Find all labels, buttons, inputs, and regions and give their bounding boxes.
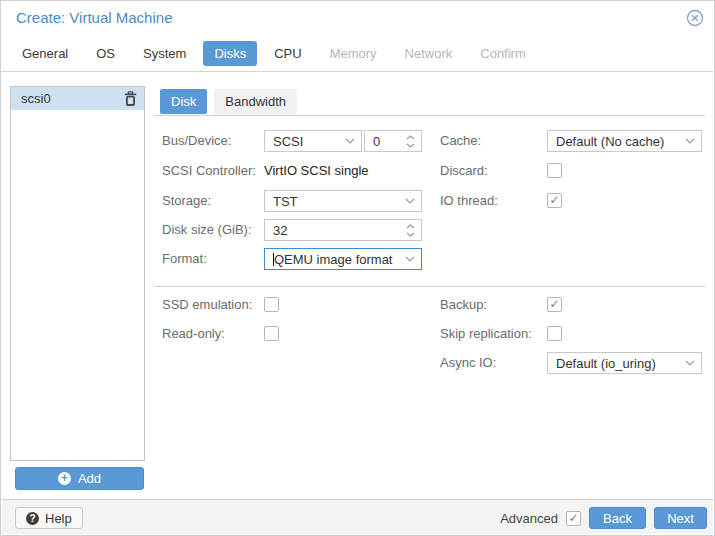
async-io-label: Async IO: xyxy=(440,352,496,374)
add-disk-button[interactable]: + Add xyxy=(15,467,144,490)
wizard-tab-bar: General OS System Disks CPU Memory Netwo… xyxy=(11,41,704,66)
disk-subtab-bar: Disk Bandwidth xyxy=(160,89,297,114)
chevron-down-icon xyxy=(345,138,355,144)
io-thread-checkbox[interactable] xyxy=(547,193,562,208)
chevron-down-icon xyxy=(685,360,695,366)
advanced-checkbox[interactable] xyxy=(566,511,581,526)
help-button-label: Help xyxy=(45,511,72,526)
read-only-checkbox[interactable] xyxy=(264,326,279,341)
storage-combobox[interactable]: TST xyxy=(264,190,422,212)
dialog-header: Create: Virtual Machine xyxy=(1,1,714,33)
cache-combobox[interactable]: Default (No cache) xyxy=(547,130,702,152)
chevron-down-icon xyxy=(405,198,415,204)
discard-checkbox[interactable] xyxy=(547,163,562,178)
close-icon[interactable] xyxy=(686,9,704,27)
disk-list-panel: scsi0 xyxy=(10,86,145,461)
chevron-down-icon xyxy=(405,256,415,262)
tab-memory: Memory xyxy=(319,41,388,66)
plus-circle-icon: + xyxy=(58,472,71,485)
next-button[interactable]: Next xyxy=(654,507,707,529)
skip-replication-checkbox[interactable] xyxy=(547,326,562,341)
backup-label: Backup: xyxy=(440,294,487,316)
tab-os[interactable]: OS xyxy=(85,41,126,66)
separator xyxy=(154,286,705,287)
ssd-emulation-checkbox[interactable] xyxy=(264,297,279,312)
create-vm-dialog: Create: Virtual Machine General OS Syste… xyxy=(0,0,715,536)
ssd-emulation-label: SSD emulation: xyxy=(162,294,252,316)
device-number-spinner[interactable]: 0 xyxy=(364,130,422,152)
backup-checkbox[interactable] xyxy=(547,297,562,312)
dialog-footer: ? Help Advanced Back Next xyxy=(2,499,713,534)
format-label: Format: xyxy=(162,248,207,270)
chevron-down-icon xyxy=(685,138,695,144)
subtab-disk[interactable]: Disk xyxy=(160,89,207,114)
read-only-label: Read-only: xyxy=(162,323,225,345)
question-circle-icon: ? xyxy=(26,512,39,525)
io-thread-label: IO thread: xyxy=(440,190,498,212)
cache-label: Cache: xyxy=(440,130,481,152)
bus-device-label: Bus/Device: xyxy=(162,130,231,152)
add-button-label: Add xyxy=(78,471,101,486)
disk-item-label: scsi0 xyxy=(21,91,51,106)
disk-size-spinner[interactable]: 32 xyxy=(264,219,422,241)
help-button[interactable]: ? Help xyxy=(15,507,83,529)
tab-general[interactable]: General xyxy=(11,41,79,66)
trash-icon[interactable] xyxy=(124,91,137,106)
tab-confirm: Confirm xyxy=(469,41,537,66)
back-button[interactable]: Back xyxy=(589,507,646,529)
async-io-combobox[interactable]: Default (io_uring) xyxy=(547,352,702,374)
advanced-label: Advanced xyxy=(500,511,558,526)
storage-label: Storage: xyxy=(162,190,211,212)
tab-system[interactable]: System xyxy=(132,41,197,66)
disks-tab-content: scsi0 + Add Disk Bandwidth Bus/Devi xyxy=(2,71,713,499)
skip-replication-label: Skip replication: xyxy=(440,323,532,345)
tab-disks[interactable]: Disks xyxy=(203,41,257,66)
list-item-scsi0[interactable]: scsi0 xyxy=(11,87,144,110)
discard-label: Discard: xyxy=(440,160,488,182)
dialog-title: Create: Virtual Machine xyxy=(16,9,172,26)
format-combobox[interactable]: QEMU image format xyxy=(264,248,422,270)
tab-network: Network xyxy=(394,41,464,66)
bus-combobox[interactable]: SCSI xyxy=(264,130,362,152)
separator xyxy=(154,115,705,116)
chevron-up-down-icon[interactable] xyxy=(406,224,415,237)
scsi-controller-label: SCSI Controller: xyxy=(162,160,256,182)
chevron-up-down-icon[interactable] xyxy=(406,135,415,148)
disk-size-label: Disk size (GiB): xyxy=(162,219,252,241)
scsi-controller-value: VirtIO SCSI single xyxy=(264,160,369,182)
tab-cpu[interactable]: CPU xyxy=(263,41,312,66)
subtab-bandwidth[interactable]: Bandwidth xyxy=(214,89,297,114)
